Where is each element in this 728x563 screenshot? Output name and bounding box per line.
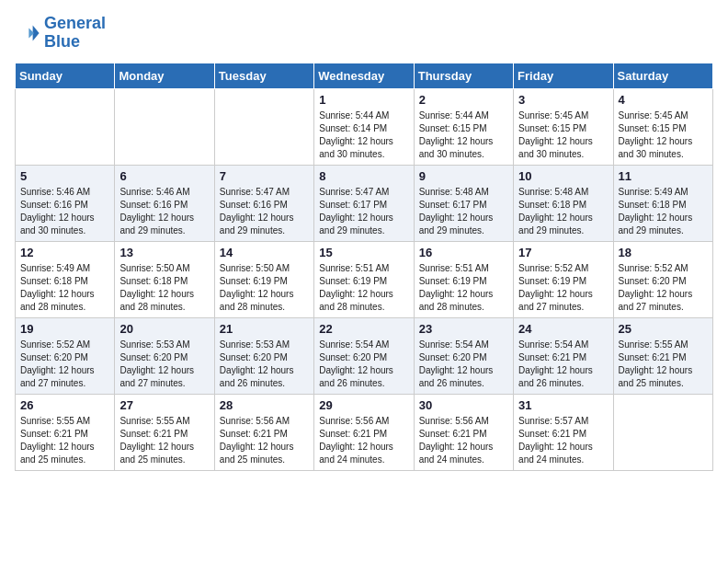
day-number: 31 (518, 398, 608, 412)
day-detail: Sunrise: 5:54 AM Sunset: 6:20 PM Dayligh… (319, 339, 408, 390)
day-detail: Sunrise: 5:47 AM Sunset: 6:16 PM Dayligh… (220, 186, 309, 237)
weekday-header-monday: Monday (115, 63, 214, 88)
calendar-cell: 27Sunrise: 5:55 AM Sunset: 6:21 PM Dayli… (115, 394, 214, 470)
calendar-cell: 16Sunrise: 5:51 AM Sunset: 6:19 PM Dayli… (414, 241, 513, 317)
day-number: 5 (20, 169, 109, 183)
calendar-cell: 22Sunrise: 5:54 AM Sunset: 6:20 PM Dayli… (314, 317, 414, 394)
day-detail: Sunrise: 5:55 AM Sunset: 6:21 PM Dayligh… (119, 415, 209, 466)
day-number: 16 (419, 246, 508, 259)
day-number: 14 (220, 246, 309, 259)
day-detail: Sunrise: 5:51 AM Sunset: 6:19 PM Dayligh… (419, 262, 508, 314)
page-header: General Blue (15, 15, 713, 52)
calendar-cell: 21Sunrise: 5:53 AM Sunset: 6:20 PM Dayli… (214, 317, 313, 394)
day-number: 10 (518, 169, 608, 183)
day-number: 20 (119, 322, 209, 336)
calendar-cell (16, 88, 115, 165)
day-detail: Sunrise: 5:56 AM Sunset: 6:21 PM Dayligh… (419, 415, 508, 466)
day-detail: Sunrise: 5:56 AM Sunset: 6:21 PM Dayligh… (319, 415, 408, 466)
day-number: 24 (518, 322, 608, 336)
day-detail: Sunrise: 5:46 AM Sunset: 6:16 PM Dayligh… (119, 186, 209, 237)
day-detail: Sunrise: 5:51 AM Sunset: 6:19 PM Dayligh… (319, 262, 408, 314)
weekday-header-saturday: Saturday (613, 63, 712, 88)
calendar-cell (613, 394, 712, 470)
calendar-cell: 10Sunrise: 5:48 AM Sunset: 6:18 PM Dayli… (514, 165, 613, 241)
day-detail: Sunrise: 5:52 AM Sunset: 6:20 PM Dayligh… (20, 339, 109, 390)
day-number: 11 (619, 169, 708, 183)
day-number: 4 (619, 93, 708, 107)
calendar-cell: 8Sunrise: 5:47 AM Sunset: 6:17 PM Daylig… (314, 165, 414, 241)
day-detail: Sunrise: 5:54 AM Sunset: 6:20 PM Dayligh… (419, 339, 508, 390)
day-number: 2 (419, 93, 508, 107)
calendar-cell (214, 88, 313, 165)
day-number: 27 (119, 398, 209, 412)
weekday-header-tuesday: Tuesday (214, 63, 313, 88)
day-detail: Sunrise: 5:50 AM Sunset: 6:19 PM Dayligh… (220, 262, 309, 314)
day-number: 26 (20, 398, 109, 412)
day-detail: Sunrise: 5:52 AM Sunset: 6:19 PM Dayligh… (518, 262, 608, 314)
calendar-cell: 28Sunrise: 5:56 AM Sunset: 6:21 PM Dayli… (214, 394, 313, 470)
calendar-cell: 4Sunrise: 5:45 AM Sunset: 6:15 PM Daylig… (613, 88, 712, 165)
calendar-cell: 1Sunrise: 5:44 AM Sunset: 6:14 PM Daylig… (314, 88, 414, 165)
day-number: 21 (220, 322, 309, 336)
day-detail: Sunrise: 5:56 AM Sunset: 6:21 PM Dayligh… (220, 415, 309, 466)
calendar-cell: 19Sunrise: 5:52 AM Sunset: 6:20 PM Dayli… (16, 317, 115, 394)
calendar-cell: 24Sunrise: 5:54 AM Sunset: 6:21 PM Dayli… (514, 317, 613, 394)
calendar-cell: 18Sunrise: 5:52 AM Sunset: 6:20 PM Dayli… (613, 241, 712, 317)
day-number: 25 (619, 322, 708, 336)
day-detail: Sunrise: 5:53 AM Sunset: 6:20 PM Dayligh… (119, 339, 209, 390)
logo-icon (15, 20, 40, 46)
day-detail: Sunrise: 5:53 AM Sunset: 6:20 PM Dayligh… (220, 339, 309, 390)
calendar-cell: 12Sunrise: 5:49 AM Sunset: 6:18 PM Dayli… (16, 241, 115, 317)
day-detail: Sunrise: 5:48 AM Sunset: 6:18 PM Dayligh… (518, 186, 608, 237)
calendar-cell: 31Sunrise: 5:57 AM Sunset: 6:21 PM Dayli… (514, 394, 613, 470)
day-detail: Sunrise: 5:50 AM Sunset: 6:18 PM Dayligh… (119, 262, 209, 314)
calendar-cell: 14Sunrise: 5:50 AM Sunset: 6:19 PM Dayli… (214, 241, 313, 317)
day-number: 12 (20, 246, 109, 259)
day-detail: Sunrise: 5:45 AM Sunset: 6:15 PM Dayligh… (619, 109, 708, 161)
day-number: 28 (220, 398, 309, 412)
day-detail: Sunrise: 5:48 AM Sunset: 6:17 PM Dayligh… (419, 186, 508, 237)
calendar-cell: 7Sunrise: 5:47 AM Sunset: 6:16 PM Daylig… (214, 165, 313, 241)
calendar-cell: 3Sunrise: 5:45 AM Sunset: 6:15 PM Daylig… (514, 88, 613, 165)
day-detail: Sunrise: 5:49 AM Sunset: 6:18 PM Dayligh… (20, 262, 109, 314)
day-number: 9 (419, 169, 508, 183)
calendar-cell: 17Sunrise: 5:52 AM Sunset: 6:19 PM Dayli… (514, 241, 613, 317)
day-number: 30 (419, 398, 508, 412)
day-number: 3 (518, 93, 608, 107)
weekday-header-sunday: Sunday (16, 63, 115, 88)
weekday-header-friday: Friday (514, 63, 613, 88)
day-detail: Sunrise: 5:44 AM Sunset: 6:15 PM Dayligh… (419, 109, 508, 161)
day-number: 1 (319, 93, 408, 107)
day-number: 23 (419, 322, 508, 336)
calendar-cell: 5Sunrise: 5:46 AM Sunset: 6:16 PM Daylig… (16, 165, 115, 241)
day-detail: Sunrise: 5:44 AM Sunset: 6:14 PM Dayligh… (319, 109, 408, 161)
calendar-cell: 13Sunrise: 5:50 AM Sunset: 6:18 PM Dayli… (115, 241, 214, 317)
weekday-header-wednesday: Wednesday (314, 63, 414, 88)
day-number: 22 (319, 322, 408, 336)
calendar-cell: 20Sunrise: 5:53 AM Sunset: 6:20 PM Dayli… (115, 317, 214, 394)
day-number: 13 (119, 246, 209, 259)
calendar-cell (115, 88, 214, 165)
day-detail: Sunrise: 5:57 AM Sunset: 6:21 PM Dayligh… (518, 415, 608, 466)
calendar-cell: 15Sunrise: 5:51 AM Sunset: 6:19 PM Dayli… (314, 241, 414, 317)
day-number: 15 (319, 246, 408, 259)
day-detail: Sunrise: 5:47 AM Sunset: 6:17 PM Dayligh… (319, 186, 408, 237)
day-number: 7 (220, 169, 309, 183)
day-number: 19 (20, 322, 109, 336)
day-detail: Sunrise: 5:55 AM Sunset: 6:21 PM Dayligh… (20, 415, 109, 466)
day-number: 17 (518, 246, 608, 259)
calendar-cell: 29Sunrise: 5:56 AM Sunset: 6:21 PM Dayli… (314, 394, 414, 470)
calendar-cell: 25Sunrise: 5:55 AM Sunset: 6:21 PM Dayli… (613, 317, 712, 394)
day-number: 29 (319, 398, 408, 412)
logo-text: General Blue (44, 15, 106, 52)
day-detail: Sunrise: 5:46 AM Sunset: 6:16 PM Dayligh… (20, 186, 109, 237)
calendar-cell: 11Sunrise: 5:49 AM Sunset: 6:18 PM Dayli… (613, 165, 712, 241)
calendar-cell: 30Sunrise: 5:56 AM Sunset: 6:21 PM Dayli… (414, 394, 513, 470)
calendar-table: SundayMondayTuesdayWednesdayThursdayFrid… (15, 63, 713, 471)
day-detail: Sunrise: 5:54 AM Sunset: 6:21 PM Dayligh… (518, 339, 608, 390)
calendar-cell: 23Sunrise: 5:54 AM Sunset: 6:20 PM Dayli… (414, 317, 513, 394)
calendar-cell: 2Sunrise: 5:44 AM Sunset: 6:15 PM Daylig… (414, 88, 513, 165)
day-detail: Sunrise: 5:49 AM Sunset: 6:18 PM Dayligh… (619, 186, 708, 237)
day-number: 18 (619, 246, 708, 259)
calendar-cell: 9Sunrise: 5:48 AM Sunset: 6:17 PM Daylig… (414, 165, 513, 241)
